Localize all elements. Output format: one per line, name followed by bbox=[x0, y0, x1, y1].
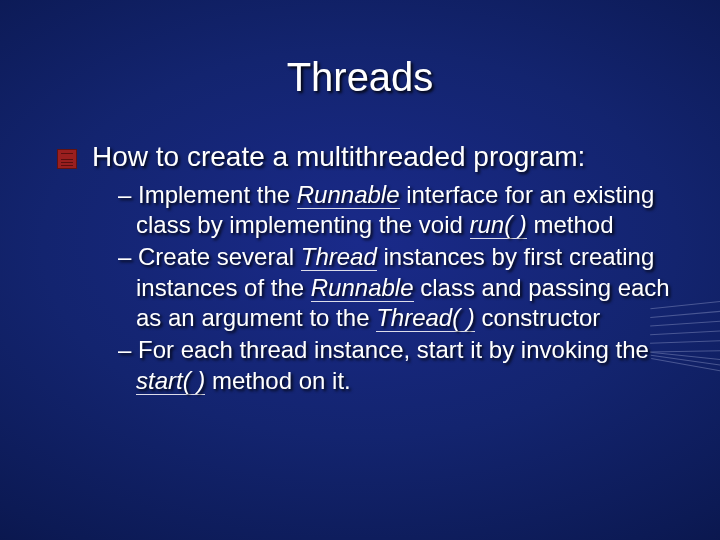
dash: – bbox=[118, 336, 138, 363]
slide: Threads How to create a multithreaded pr… bbox=[0, 0, 720, 540]
slide-title: Threads bbox=[0, 55, 720, 100]
dash: – bbox=[118, 181, 138, 208]
text: Create several bbox=[138, 243, 301, 270]
keyword-runnable: Runnable bbox=[311, 274, 414, 302]
sub-bullet-3: – For each thread instance, start it by … bbox=[118, 335, 680, 396]
sub-bullet-list: – Implement the Runnable interface for a… bbox=[92, 180, 680, 397]
text: constructor bbox=[475, 304, 600, 331]
sub-bullet-1: – Implement the Runnable interface for a… bbox=[118, 180, 680, 241]
dash: – bbox=[118, 243, 138, 270]
text: method on it. bbox=[205, 367, 350, 394]
text: method bbox=[527, 211, 614, 238]
keyword-start: start( ) bbox=[136, 367, 205, 395]
text: Implement the bbox=[138, 181, 297, 208]
content-area: How to create a multithreaded program: –… bbox=[92, 140, 680, 398]
bullet-item: How to create a multithreaded program: bbox=[92, 140, 680, 174]
keyword-runnable: Runnable bbox=[297, 181, 400, 209]
text: For each thread instance, start it by in… bbox=[138, 336, 649, 363]
keyword-thread: Thread bbox=[301, 243, 377, 271]
bullet-icon bbox=[57, 149, 77, 169]
keyword-run: run( ) bbox=[470, 211, 527, 239]
sub-bullet-2: – Create several Thread instances by fir… bbox=[118, 242, 680, 334]
bullet-text: How to create a multithreaded program: bbox=[92, 140, 680, 174]
keyword-thread-ctor: Thread( ) bbox=[376, 304, 475, 332]
